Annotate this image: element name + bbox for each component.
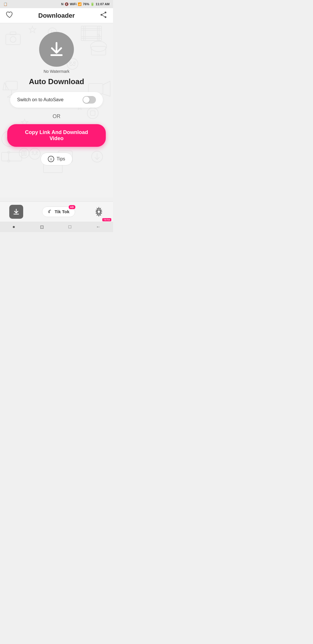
svg-point-2 — [105, 16, 106, 18]
time-display: 11:07 AM — [96, 2, 110, 6]
ad-badge: AD — [69, 205, 75, 209]
signal-icon: 📶 — [78, 2, 82, 6]
watermark: TikTok — [102, 218, 111, 221]
svg-line-4 — [102, 15, 105, 17]
svg-point-0 — [105, 12, 106, 13]
tips-label: Tips — [57, 156, 65, 162]
svg-point-70 — [97, 210, 101, 214]
like-button[interactable] — [6, 11, 13, 20]
bottom-navigation: Tik Tok AD — [0, 201, 113, 222]
system-navigation: ● ⊡ □ ← — [0, 222, 113, 232]
autosave-toggle[interactable] — [83, 96, 96, 104]
home-button[interactable]: ● — [12, 224, 15, 229]
svg-line-3 — [102, 13, 105, 14]
content-area: No Watermark Auto Download Switch on to … — [0, 23, 113, 171]
no-watermark-label: No Watermark — [43, 69, 70, 74]
nav-download-item[interactable] — [9, 205, 23, 219]
square-button[interactable]: □ — [68, 224, 71, 229]
wifi-icon: WiFi — [70, 2, 77, 6]
tips-button[interactable]: i Tips — [41, 153, 72, 165]
share-button[interactable] — [100, 11, 107, 20]
battery-percent: 76% — [83, 2, 89, 6]
download-nav-icon — [9, 205, 23, 219]
mute-icon: 🔇 — [65, 2, 69, 6]
header: Downloader — [0, 8, 113, 23]
status-left: 📋 — [3, 2, 8, 6]
main-content: HD — [0, 23, 113, 197]
nav-settings-item[interactable] — [94, 207, 104, 217]
nav-tiktok-item[interactable]: Tik Tok AD — [42, 207, 75, 217]
page-title: Downloader — [38, 12, 75, 19]
download-circle-icon — [39, 32, 74, 67]
tiktok-pill[interactable]: Tik Tok AD — [42, 207, 75, 217]
nfc-icon: N — [61, 2, 63, 6]
autosave-label: Switch on to AutoSave — [17, 97, 63, 102]
status-right: N 🔇 WiFi 📶 76% 🔋 11:07 AM — [61, 2, 110, 6]
status-bar: 📋 N 🔇 WiFi 📶 76% 🔋 11:07 AM — [0, 0, 113, 8]
recents-button[interactable]: ⊡ — [40, 224, 44, 230]
copy-link-download-button[interactable]: Copy Link And Download Video — [7, 124, 106, 147]
or-divider: OR — [53, 113, 61, 120]
battery-icon: 🔋 — [90, 2, 94, 6]
back-button[interactable]: ← — [96, 224, 101, 229]
svg-point-1 — [101, 14, 102, 16]
auto-download-title: Auto Download — [29, 77, 84, 86]
autosave-card: Switch on to AutoSave — [10, 92, 103, 108]
svg-point-69 — [51, 210, 51, 211]
tiktok-label: Tik Tok — [54, 209, 69, 214]
sim-icon: 📋 — [3, 2, 8, 6]
info-icon: i — [48, 156, 54, 162]
